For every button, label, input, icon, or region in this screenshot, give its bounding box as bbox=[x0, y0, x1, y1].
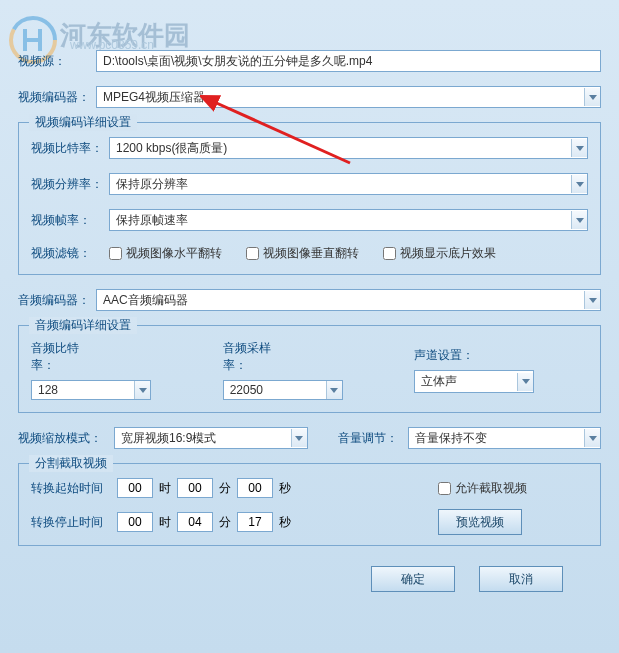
vflip-checkbox[interactable]: 视频图像垂直翻转 bbox=[246, 245, 359, 262]
vbitrate-label: 视频比特率： bbox=[31, 140, 109, 157]
vfps-select[interactable]: 保持原帧速率 bbox=[109, 209, 588, 231]
source-input[interactable] bbox=[96, 50, 601, 72]
start-hour-input[interactable] bbox=[117, 478, 153, 498]
chevron-down-icon bbox=[571, 175, 587, 193]
hflip-checkbox[interactable]: 视频图像水平翻转 bbox=[109, 245, 222, 262]
start-min-input[interactable] bbox=[177, 478, 213, 498]
ok-button[interactable]: 确定 bbox=[371, 566, 455, 592]
scale-select[interactable]: 宽屏视频16:9模式 bbox=[114, 427, 308, 449]
volume-select[interactable]: 音量保持不变 bbox=[408, 427, 602, 449]
vbitrate-select[interactable]: 1200 kbps(很高质量) bbox=[109, 137, 588, 159]
video-encoding-group: 视频编码详细设置 视频比特率： 1200 kbps(很高质量) 视频分辨率： 保… bbox=[18, 122, 601, 275]
abitrate-label: 音频比特率： bbox=[31, 340, 97, 374]
end-label: 转换停止时间 bbox=[31, 514, 111, 531]
trim-legend: 分割截取视频 bbox=[29, 455, 113, 472]
volume-label: 音量调节： bbox=[338, 430, 398, 447]
chevron-down-icon bbox=[571, 139, 587, 157]
asamplerate-label: 音频采样率： bbox=[223, 340, 289, 374]
audio-encoding-group: 音频编码详细设置 音频比特率： 128 音频采样率： 22050 声道设置： bbox=[18, 325, 601, 413]
aencoder-select[interactable]: AAC音频编码器 bbox=[96, 289, 601, 311]
abitrate-select[interactable]: 128 bbox=[31, 380, 151, 400]
end-min-input[interactable] bbox=[177, 512, 213, 532]
chevron-down-icon bbox=[517, 373, 533, 391]
vres-label: 视频分辨率： bbox=[31, 176, 109, 193]
chevron-down-icon bbox=[571, 211, 587, 229]
vencoder-value: MPEG4视频压缩器 bbox=[103, 89, 205, 106]
chevron-down-icon bbox=[326, 381, 342, 399]
aenc-legend: 音频编码详细设置 bbox=[29, 317, 137, 334]
vencoder-label: 视频编码器： bbox=[18, 89, 96, 106]
negative-checkbox[interactable]: 视频显示底片效果 bbox=[383, 245, 496, 262]
trim-group: 分割截取视频 转换起始时间 时 分 秒 转换停止时间 时 分 秒 允许截取视频 … bbox=[18, 463, 601, 546]
preview-button[interactable]: 预览视频 bbox=[438, 509, 522, 535]
achannel-label: 声道设置： bbox=[414, 347, 480, 364]
venc-legend: 视频编码详细设置 bbox=[29, 114, 137, 131]
scale-label: 视频缩放模式： bbox=[18, 430, 104, 447]
start-label: 转换起始时间 bbox=[31, 480, 111, 497]
vres-select[interactable]: 保持原分辨率 bbox=[109, 173, 588, 195]
chevron-down-icon bbox=[134, 381, 150, 399]
vfilter-label: 视频滤镜： bbox=[31, 245, 109, 262]
start-sec-input[interactable] bbox=[237, 478, 273, 498]
cancel-button[interactable]: 取消 bbox=[479, 566, 563, 592]
asamplerate-select[interactable]: 22050 bbox=[223, 380, 343, 400]
allow-trim-checkbox[interactable]: 允许截取视频 bbox=[438, 480, 527, 497]
aencoder-label: 音频编码器： bbox=[18, 292, 96, 309]
chevron-down-icon bbox=[584, 429, 600, 447]
vfps-label: 视频帧率： bbox=[31, 212, 109, 229]
chevron-down-icon bbox=[291, 429, 307, 447]
chevron-down-icon bbox=[584, 291, 600, 309]
achannel-select[interactable]: 立体声 bbox=[414, 370, 534, 393]
source-label: 视频源： bbox=[18, 53, 96, 70]
end-hour-input[interactable] bbox=[117, 512, 153, 532]
end-sec-input[interactable] bbox=[237, 512, 273, 532]
chevron-down-icon bbox=[584, 88, 600, 106]
vencoder-select[interactable]: MPEG4视频压缩器 bbox=[96, 86, 601, 108]
